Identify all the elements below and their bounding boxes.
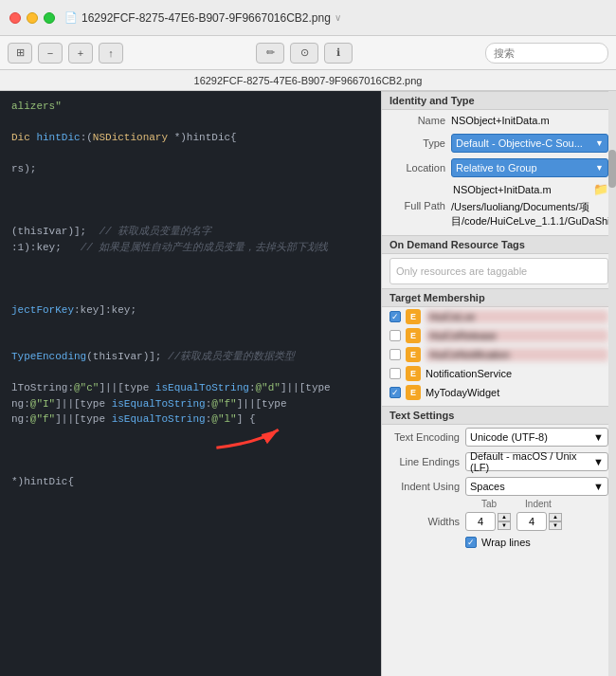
line-endings-value: Default - macOS / Unix (LF) (470, 450, 593, 473)
right-panel: Identity and Type Name NSObject+InitData… (381, 91, 616, 676)
indent-row: Indent Using Spaces ▼ (382, 474, 616, 499)
code-line (4, 192, 377, 209)
type-select[interactable]: Default - Objective-C Sou... ▼ (451, 134, 608, 153)
traffic-lights (9, 12, 55, 24)
code-line: rs); (4, 161, 377, 177)
tab-stepper-down[interactable]: ▼ (498, 521, 511, 530)
indent-col-label: Indent (515, 499, 562, 509)
minimize-button[interactable] (27, 12, 38, 24)
code-line: jectForKey:key]:key; (4, 302, 377, 319)
text-settings-header: Text Settings (382, 406, 616, 425)
indent-stepper-input[interactable] (516, 512, 547, 531)
type-row: Type Default - Objective-C Sou... ▼ (382, 131, 616, 155)
line-endings-chevron-icon: ▼ (593, 456, 604, 467)
location-label: Location (390, 162, 451, 174)
line-endings-row: Line Endings Default - macOS / Unix (LF)… (382, 449, 616, 474)
target-name-4: MyTodayWidget (426, 387, 608, 398)
edit-button[interactable]: ✏ (256, 43, 284, 64)
location-row: Location Relative to Group ▼ (382, 155, 616, 180)
zoom-out-button[interactable]: − (38, 43, 63, 64)
encoding-select[interactable]: Unicode (UTF-8) ▼ (465, 428, 608, 447)
indent-stepper-down[interactable]: ▼ (549, 521, 562, 530)
indent-stepper-up[interactable]: ▲ (549, 513, 562, 521)
tab-stepper: ▲ ▼ (465, 512, 511, 531)
steppers-container: ▲ ▼ ▲ ▼ (465, 512, 562, 531)
location-select-value: Relative to Group (456, 162, 537, 174)
name-label: Name (390, 115, 451, 126)
target-row-3: E NotificationService (382, 364, 616, 383)
titlebar-title: 16292FCF-8275-47E6-B907-9F9667016CB2.png (82, 11, 331, 25)
target-checkbox-2[interactable] (390, 349, 401, 360)
target-icon-2: E (406, 347, 421, 362)
target-row-4: ✓ E MyTodayWidget (382, 383, 616, 402)
target-row-2: E HuiCeNotification (382, 345, 616, 364)
full-path-label: Full Path (390, 200, 451, 229)
path-value: NSObject+InitData.m (453, 184, 589, 195)
tab-indent-labels: Tab Indent (465, 499, 616, 509)
code-line (4, 318, 377, 334)
code-line (4, 209, 377, 225)
encoding-row: Text Encoding Unicode (UTF-8) ▼ (382, 425, 616, 449)
tab-col-label: Tab (465, 499, 513, 509)
sidebar-toggle-button[interactable]: ⊞ (8, 43, 32, 64)
code-line (4, 177, 377, 193)
wrap-label: Wrap lines (481, 537, 531, 548)
indent-chevron-icon: ▼ (593, 481, 604, 492)
path-row: NSObject+InitData.m 📁 (382, 180, 616, 198)
target-name-0: HuiCeLve (426, 310, 608, 323)
target-icon-4: E (406, 385, 421, 400)
share-button[interactable]: ↑ (99, 43, 123, 64)
folder-icon[interactable]: 📁 (593, 182, 608, 196)
identity-type-header: Identity and Type (382, 91, 616, 110)
wrap-checkbox[interactable]: ✓ (465, 537, 477, 548)
encoding-value: Unicode (UTF-8) (470, 431, 548, 443)
tab-stepper-arrows: ▲ ▼ (498, 513, 511, 530)
indent-select[interactable]: Spaces ▼ (465, 477, 608, 496)
full-path-row: Full Path /Users/luoliang/Documents/项目/c… (382, 198, 616, 229)
info-button[interactable]: ℹ (324, 43, 353, 64)
zoom-in-button[interactable]: + (68, 43, 93, 64)
code-line (4, 271, 377, 287)
titlebar: 📄 16292FCF-8275-47E6-B907-9F9667016CB2.p… (0, 0, 616, 36)
tab-stepper-input[interactable] (465, 512, 496, 531)
type-select-value: Default - Objective-C Sou... (456, 137, 583, 149)
target-row-0: ✓ E HuiCeLve (382, 307, 616, 326)
code-line (4, 146, 377, 162)
code-line (4, 443, 377, 459)
location-select[interactable]: Relative to Group ▼ (451, 158, 608, 177)
search-input[interactable] (485, 43, 608, 64)
target-checkbox-1[interactable] (390, 330, 401, 341)
encoding-chevron-icon: ▼ (593, 431, 604, 443)
target-icon-1: E (406, 328, 421, 343)
target-icon-3: E (406, 366, 421, 381)
code-line: alizers" (4, 99, 377, 115)
encoding-label: Text Encoding (390, 431, 465, 443)
maximize-button[interactable] (44, 12, 55, 24)
indent-label: Indent Using (390, 481, 465, 492)
target-checkbox-0[interactable]: ✓ (390, 311, 401, 322)
target-name-2: HuiCeNotification (426, 348, 608, 361)
type-chevron-icon: ▼ (595, 138, 604, 148)
target-checkbox-3[interactable] (390, 368, 401, 379)
name-row: Name NSObject+InitData.m (382, 110, 616, 131)
target-membership-header: Target Membership (382, 288, 616, 307)
tags-input: Only resources are taggable (390, 258, 608, 284)
right-panel-scrollbar[interactable] (608, 91, 616, 676)
code-line: TypeEncoding(thisIvar)]; //获取成员变量的数据类型 (4, 349, 377, 365)
indent-stepper: ▲ ▼ (516, 512, 562, 531)
action-button[interactable]: ⊙ (290, 43, 318, 64)
name-value: NSObject+InitData.m (451, 115, 608, 126)
tags-placeholder: Only resources are taggable (396, 265, 527, 277)
code-line: lToString:@"c"]||[type isEqualToString:@… (4, 380, 377, 396)
toolbar: ⊞ − + ↑ ✏ ⊙ ℹ (0, 36, 616, 70)
code-line (4, 255, 377, 271)
wrap-row: ✓ Wrap lines (382, 534, 616, 554)
code-line: *)hintDic{ (4, 474, 377, 490)
tab-stepper-up[interactable]: ▲ (498, 513, 511, 521)
code-line (4, 428, 377, 444)
on-demand-header: On Demand Resource Tags (382, 235, 616, 254)
close-button[interactable] (9, 12, 21, 24)
line-endings-select[interactable]: Default - macOS / Unix (LF) ▼ (465, 452, 608, 471)
right-panel-scrollbar-thumb[interactable] (608, 150, 616, 188)
target-checkbox-4[interactable]: ✓ (390, 387, 401, 398)
